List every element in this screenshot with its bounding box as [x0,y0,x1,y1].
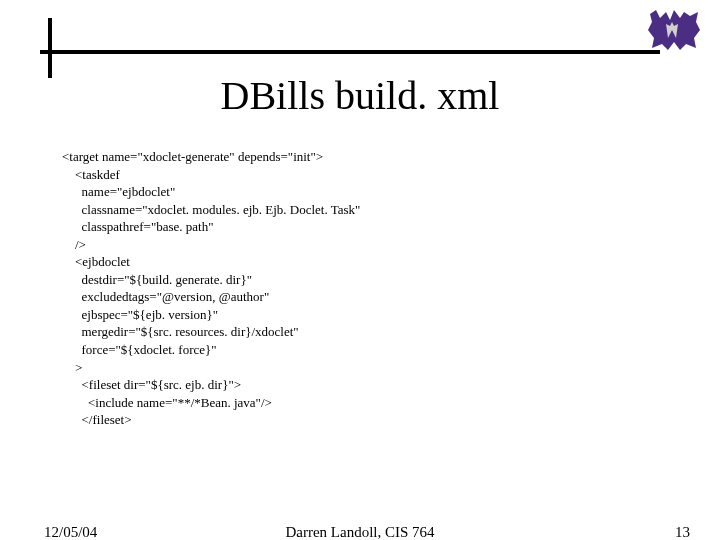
university-logo [646,8,702,52]
footer-page-number: 13 [675,524,690,540]
header-divider-vertical [48,18,52,78]
header-divider-horizontal [40,50,660,54]
slide-title: DBills build. xml [0,72,720,119]
footer-author: Darren Landoll, CIS 764 [0,524,720,540]
code-snippet: <target name="xdoclet-generate" depends=… [62,148,662,429]
